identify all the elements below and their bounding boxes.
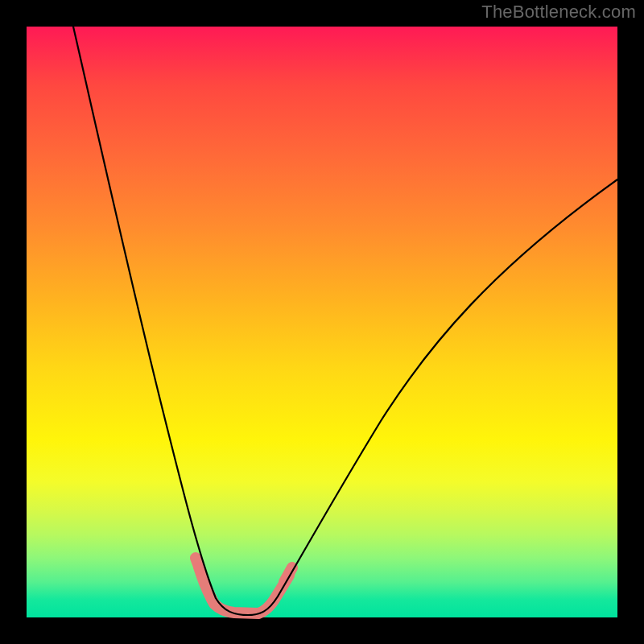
valley-highlight-left-dot <box>196 558 200 571</box>
watermark-text: TheBottleneck.com <box>481 2 636 23</box>
bottleneck-curve <box>73 27 617 615</box>
chart-frame: TheBottleneck.com <box>0 0 644 644</box>
plot-area <box>27 27 617 617</box>
curve-layer <box>27 27 617 617</box>
